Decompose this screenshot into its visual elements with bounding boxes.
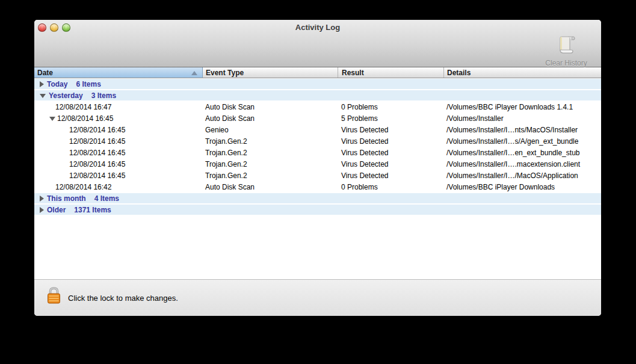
clear-history-label: Clear History (535, 59, 597, 67)
group-row[interactable]: This month4 Items (34, 193, 601, 204)
lock-message: Click the lock to make changes. (68, 294, 178, 303)
log-row[interactable]: 12/08/2014 16:45GenieoVirus Detected/Vol… (34, 124, 601, 135)
group-label: Yesterday (49, 91, 83, 100)
group-item-count: 4 Items (94, 194, 119, 203)
clear-history-button[interactable]: Clear History (535, 33, 597, 67)
log-row[interactable]: 12/08/2014 16:45Auto Disk Scan5 Problems… (34, 113, 601, 124)
disclosure-down-icon[interactable] (49, 117, 55, 121)
group-label: Older (47, 206, 66, 214)
row-result: Virus Detected (338, 160, 443, 168)
row-details: /Volumes/Installer/I….macextension.clien… (443, 160, 601, 168)
scroll-icon (554, 33, 578, 58)
footer-bar: Click the lock to make changes. (34, 279, 601, 316)
row-date: 12/08/2014 16:45 (69, 137, 125, 146)
row-event-type: Trojan.Gen.2 (202, 160, 338, 168)
column-header-details[interactable]: Details (443, 67, 601, 78)
column-header-date[interactable]: Date (34, 67, 202, 78)
row-result: Virus Detected (338, 149, 443, 157)
row-result: Virus Detected (338, 171, 443, 180)
row-event-type: Auto Disk Scan (202, 103, 338, 111)
row-details: /Volumes/BBC iPlayer Downloads 1.4.1 (443, 103, 601, 111)
log-row[interactable]: 12/08/2014 16:45Trojan.Gen.2Virus Detect… (34, 158, 601, 170)
row-event-type: Auto Disk Scan (202, 183, 338, 191)
row-date: 12/08/2014 16:45 (69, 171, 125, 180)
row-event-type: Trojan.Gen.2 (202, 137, 338, 146)
title-bar[interactable]: Activity Log Clear History (34, 20, 601, 67)
row-details: /Volumes/Installer (443, 114, 601, 123)
group-row[interactable]: Older1371 Items (34, 204, 601, 215)
row-date: 12/08/2014 16:45 (69, 126, 125, 134)
row-details: /Volumes/BBC iPlayer Downloads (443, 183, 601, 191)
group-item-count: 6 Items (76, 80, 100, 88)
log-row[interactable]: 12/08/2014 16:47Auto Disk Scan0 Problems… (34, 101, 601, 113)
table-header: Date Event Type Result Details (34, 67, 601, 78)
row-details: /Volumes/Installer/I…/MacOS/Application (443, 171, 601, 180)
row-date: 12/08/2014 16:42 (55, 183, 111, 191)
lock-icon[interactable] (46, 286, 61, 307)
disclosure-down-icon[interactable] (40, 94, 46, 98)
row-event-type: Auto Disk Scan (202, 114, 338, 123)
group-item-count: 3 Items (91, 91, 116, 100)
sort-ascending-icon (191, 71, 197, 75)
disclosure-right-icon[interactable] (40, 81, 44, 87)
disclosure-right-icon[interactable] (40, 196, 44, 202)
row-result: 0 Problems (338, 103, 443, 111)
row-date: 12/08/2014 16:45 (69, 149, 125, 157)
column-header-event-type[interactable]: Event Type (202, 67, 338, 78)
group-row[interactable]: Yesterday3 Items (34, 90, 601, 101)
row-date: 12/08/2014 16:45 (69, 160, 125, 168)
row-event-type: Trojan.Gen.2 (202, 149, 338, 157)
window-title: Activity Log (34, 23, 601, 32)
group-label: This month (47, 194, 86, 203)
row-date: 12/08/2014 16:47 (55, 103, 111, 111)
log-table-body: Today6 ItemsYesterday3 Items12/08/2014 1… (34, 78, 601, 279)
row-date: 12/08/2014 16:45 (57, 114, 113, 123)
log-row[interactable]: 12/08/2014 16:45Trojan.Gen.2Virus Detect… (34, 135, 601, 147)
row-result: Virus Detected (338, 137, 443, 146)
disclosure-right-icon[interactable] (40, 207, 44, 213)
group-row[interactable]: Today6 Items (34, 78, 601, 90)
row-details: /Volumes/Installer/I…nts/MacOS/Installer (443, 126, 601, 134)
row-event-type: Genieo (202, 126, 338, 134)
log-row[interactable]: 12/08/2014 16:45Trojan.Gen.2Virus Detect… (34, 170, 601, 181)
group-label: Today (47, 80, 67, 88)
column-header-result[interactable]: Result (338, 67, 443, 78)
row-event-type: Trojan.Gen.2 (202, 171, 338, 180)
row-details: /Volumes/Installer/I…s/A/gen_ext_bundle (443, 137, 601, 146)
log-row[interactable]: 12/08/2014 16:42Auto Disk Scan0 Problems… (34, 181, 601, 193)
row-details: /Volumes/Installer/I…en_ext_bundle_stub (443, 149, 601, 157)
row-result: 0 Problems (338, 183, 443, 191)
row-result: 5 Problems (338, 114, 443, 123)
log-row[interactable]: 12/08/2014 16:45Trojan.Gen.2Virus Detect… (34, 147, 601, 158)
group-item-count: 1371 Items (74, 206, 111, 214)
activity-log-window: Activity Log Clear History Date Event Ty… (34, 20, 601, 316)
row-result: Virus Detected (338, 126, 443, 134)
